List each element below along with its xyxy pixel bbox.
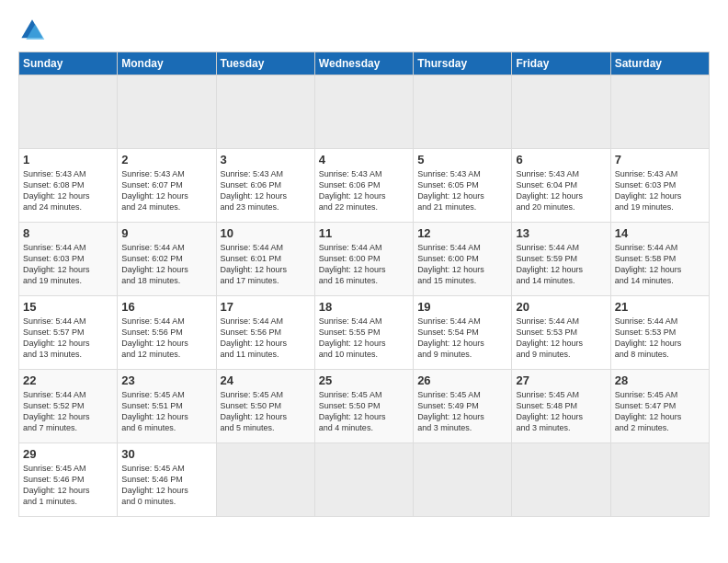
cell-text: Sunrise: 5:44 AMSunset: 6:00 PMDaylight:…	[319, 243, 386, 285]
calendar-cell: 21 Sunrise: 5:44 AMSunset: 5:53 PMDaylig…	[610, 296, 709, 370]
day-number: 5	[417, 153, 507, 167]
day-number: 17	[221, 300, 311, 314]
col-wednesday: Wednesday	[314, 52, 413, 75]
calendar-cell: 27 Sunrise: 5:45 AMSunset: 5:48 PMDaylig…	[512, 370, 610, 443]
day-number: 25	[319, 373, 409, 387]
calendar-cell	[414, 443, 512, 517]
cell-text: Sunrise: 5:45 AMSunset: 5:51 PMDaylight:…	[121, 390, 188, 432]
day-number: 2	[121, 153, 211, 167]
calendar-cell	[19, 75, 118, 149]
calendar-cell: 10 Sunrise: 5:44 AMSunset: 6:01 PMDaylig…	[216, 223, 314, 296]
cell-text: Sunrise: 5:44 AMSunset: 6:01 PMDaylight:…	[221, 243, 288, 285]
cell-text: Sunrise: 5:45 AMSunset: 5:50 PMDaylight:…	[319, 390, 386, 432]
calendar-cell: 5 Sunrise: 5:43 AMSunset: 6:05 PMDayligh…	[414, 149, 512, 223]
calendar-cell: 16 Sunrise: 5:44 AMSunset: 5:56 PMDaylig…	[118, 296, 216, 370]
cell-text: Sunrise: 5:44 AMSunset: 6:02 PMDaylight:…	[121, 243, 188, 285]
cell-text: Sunrise: 5:45 AMSunset: 5:47 PMDaylight:…	[615, 390, 682, 432]
day-number: 10	[221, 226, 311, 240]
calendar-week-3: 15 Sunrise: 5:44 AMSunset: 5:57 PMDaylig…	[19, 296, 710, 370]
cell-text: Sunrise: 5:45 AMSunset: 5:46 PMDaylight:…	[121, 464, 188, 506]
cell-text: Sunrise: 5:43 AMSunset: 6:03 PMDaylight:…	[615, 169, 682, 212]
calendar-cell: 11 Sunrise: 5:44 AMSunset: 6:00 PMDaylig…	[314, 223, 413, 296]
calendar-cell: 18 Sunrise: 5:44 AMSunset: 5:55 PMDaylig…	[314, 296, 413, 370]
calendar-cell: 19 Sunrise: 5:44 AMSunset: 5:54 PMDaylig…	[414, 296, 512, 370]
calendar-table: Sunday Monday Tuesday Wednesday Thursday…	[18, 52, 710, 517]
calendar-cell: 24 Sunrise: 5:45 AMSunset: 5:50 PMDaylig…	[216, 370, 314, 443]
calendar-cell: 8 Sunrise: 5:44 AMSunset: 6:03 PMDayligh…	[19, 223, 118, 296]
calendar-cell: 7 Sunrise: 5:43 AMSunset: 6:03 PMDayligh…	[610, 149, 709, 223]
calendar-cell: 25 Sunrise: 5:45 AMSunset: 5:50 PMDaylig…	[314, 370, 413, 443]
day-number: 24	[221, 373, 311, 387]
day-number: 9	[121, 226, 211, 240]
calendar-cell: 13 Sunrise: 5:44 AMSunset: 5:59 PMDaylig…	[512, 223, 610, 296]
calendar-cell: 14 Sunrise: 5:44 AMSunset: 5:58 PMDaylig…	[610, 223, 709, 296]
col-monday: Monday	[118, 52, 216, 75]
day-number: 26	[417, 373, 507, 387]
day-number: 16	[121, 300, 211, 314]
logo-icon	[18, 17, 46, 44]
cell-text: Sunrise: 5:45 AMSunset: 5:49 PMDaylight:…	[417, 390, 484, 432]
logo	[18, 17, 50, 44]
day-number: 12	[417, 226, 507, 240]
day-number: 14	[615, 226, 705, 240]
calendar-cell	[216, 443, 314, 517]
col-sunday: Sunday	[19, 52, 118, 75]
calendar-week-2: 8 Sunrise: 5:44 AMSunset: 6:03 PMDayligh…	[19, 223, 710, 296]
day-number: 13	[516, 226, 606, 240]
calendar-cell: 6 Sunrise: 5:43 AMSunset: 6:04 PMDayligh…	[512, 149, 610, 223]
cell-text: Sunrise: 5:44 AMSunset: 5:54 PMDaylight:…	[417, 316, 484, 359]
calendar-cell	[512, 443, 610, 517]
cell-text: Sunrise: 5:43 AMSunset: 6:06 PMDaylight:…	[319, 169, 386, 212]
day-number: 6	[516, 153, 606, 167]
cell-text: Sunrise: 5:44 AMSunset: 5:53 PMDaylight:…	[516, 316, 583, 359]
day-number: 11	[319, 226, 409, 240]
cell-text: Sunrise: 5:43 AMSunset: 6:08 PMDaylight:…	[23, 169, 90, 212]
day-number: 4	[319, 153, 409, 167]
calendar-cell	[610, 75, 709, 149]
calendar-week-4: 22 Sunrise: 5:44 AMSunset: 5:52 PMDaylig…	[19, 370, 710, 443]
cell-text: Sunrise: 5:44 AMSunset: 5:59 PMDaylight:…	[516, 243, 583, 285]
calendar-cell: 30 Sunrise: 5:45 AMSunset: 5:46 PMDaylig…	[118, 443, 216, 517]
calendar-cell	[118, 75, 216, 149]
day-number: 7	[615, 153, 705, 167]
day-number: 19	[417, 300, 507, 314]
calendar-cell	[610, 443, 709, 517]
calendar-cell: 1 Sunrise: 5:43 AMSunset: 6:08 PMDayligh…	[19, 149, 118, 223]
cell-text: Sunrise: 5:43 AMSunset: 6:05 PMDaylight:…	[417, 169, 484, 212]
cell-text: Sunrise: 5:43 AMSunset: 6:07 PMDaylight:…	[121, 169, 188, 212]
header	[18, 17, 710, 44]
col-tuesday: Tuesday	[216, 52, 314, 75]
calendar-cell: 15 Sunrise: 5:44 AMSunset: 5:57 PMDaylig…	[19, 296, 118, 370]
cell-text: Sunrise: 5:44 AMSunset: 5:53 PMDaylight:…	[615, 316, 682, 359]
cell-text: Sunrise: 5:44 AMSunset: 6:03 PMDaylight:…	[23, 243, 90, 285]
day-number: 28	[615, 373, 705, 387]
calendar-cell	[414, 75, 512, 149]
col-saturday: Saturday	[610, 52, 709, 75]
day-number: 1	[23, 153, 113, 167]
calendar-cell: 26 Sunrise: 5:45 AMSunset: 5:49 PMDaylig…	[414, 370, 512, 443]
calendar-cell: 17 Sunrise: 5:44 AMSunset: 5:56 PMDaylig…	[216, 296, 314, 370]
calendar-cell: 23 Sunrise: 5:45 AMSunset: 5:51 PMDaylig…	[118, 370, 216, 443]
day-number: 30	[121, 447, 211, 461]
day-number: 23	[121, 373, 211, 387]
calendar-cell	[216, 75, 314, 149]
cell-text: Sunrise: 5:44 AMSunset: 5:55 PMDaylight:…	[319, 316, 386, 359]
col-thursday: Thursday	[414, 52, 512, 75]
calendar-cell	[314, 75, 413, 149]
cell-text: Sunrise: 5:44 AMSunset: 5:56 PMDaylight:…	[121, 316, 188, 359]
cell-text: Sunrise: 5:44 AMSunset: 5:58 PMDaylight:…	[615, 243, 682, 285]
header-row: Sunday Monday Tuesday Wednesday Thursday…	[19, 52, 710, 75]
cell-text: Sunrise: 5:45 AMSunset: 5:48 PMDaylight:…	[516, 390, 583, 432]
calendar-cell: 2 Sunrise: 5:43 AMSunset: 6:07 PMDayligh…	[118, 149, 216, 223]
day-number: 8	[23, 226, 113, 240]
day-number: 29	[23, 447, 113, 461]
cell-text: Sunrise: 5:44 AMSunset: 5:57 PMDaylight:…	[23, 316, 90, 359]
col-friday: Friday	[512, 52, 610, 75]
day-number: 22	[23, 373, 113, 387]
day-number: 20	[516, 300, 606, 314]
calendar-cell: 9 Sunrise: 5:44 AMSunset: 6:02 PMDayligh…	[118, 223, 216, 296]
day-number: 3	[221, 153, 311, 167]
calendar-cell: 22 Sunrise: 5:44 AMSunset: 5:52 PMDaylig…	[19, 370, 118, 443]
cell-text: Sunrise: 5:44 AMSunset: 5:52 PMDaylight:…	[23, 390, 90, 432]
calendar-week-0	[19, 75, 710, 149]
